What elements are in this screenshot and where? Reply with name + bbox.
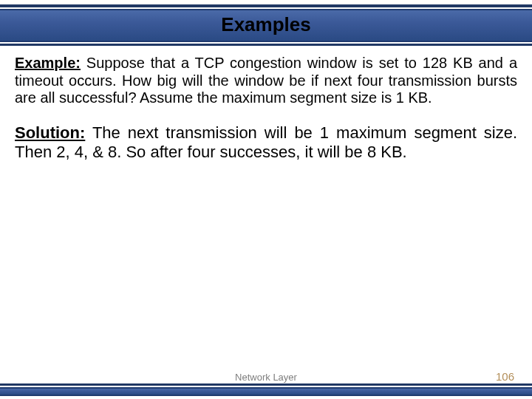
top-rule: [0, 4, 532, 7]
footer-rule: [0, 383, 532, 386]
solution-label: Solution:: [15, 123, 85, 142]
solution-paragraph: Solution: The next transmission will be …: [15, 123, 517, 162]
page-number: 106: [496, 370, 514, 383]
footer: Network Layer 106: [0, 383, 532, 396]
slide: Examples Example: Suppose that a TCP con…: [0, 4, 532, 399]
footer-bar: [0, 387, 532, 396]
example-text: Suppose that a TCP congestion window is …: [15, 55, 517, 106]
title-bar: Examples: [0, 9, 532, 42]
example-paragraph: Example: Suppose that a TCP congestion w…: [15, 55, 517, 107]
solution-text: The next transmission will be 1 maximum …: [15, 123, 517, 161]
header: Examples: [0, 4, 532, 46]
footer-label: Network Layer: [0, 372, 532, 383]
example-label: Example:: [15, 55, 81, 71]
slide-title: Examples: [221, 13, 310, 35]
content-area: Example: Suppose that a TCP congestion w…: [0, 46, 532, 162]
